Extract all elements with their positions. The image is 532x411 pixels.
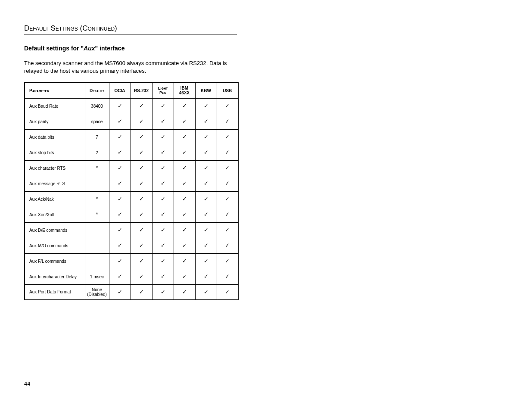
- star-icon: *: [96, 196, 98, 202]
- check-icon: ✓: [182, 211, 187, 218]
- check-icon: ✓: [139, 134, 144, 140]
- support-cell: ✓: [217, 98, 238, 114]
- support-cell: ✓: [195, 98, 217, 114]
- support-cell: ✓: [217, 145, 238, 160]
- param-cell: Aux Port Data Format: [25, 284, 85, 300]
- param-cell: Aux character RTS: [25, 160, 85, 176]
- check-icon: ✓: [118, 242, 122, 249]
- param-cell: Aux parity: [25, 114, 85, 129]
- check-icon: ✓: [204, 273, 208, 280]
- support-cell: ✓: [195, 160, 217, 176]
- support-cell: ✓: [152, 269, 174, 284]
- check-icon: ✓: [182, 273, 187, 280]
- support-cell: ✓: [109, 222, 131, 238]
- support-cell: ✓: [109, 253, 131, 269]
- support-cell: ✓: [109, 114, 131, 129]
- support-cell: ✓: [195, 269, 217, 284]
- check-icon: ✓: [182, 196, 187, 202]
- check-icon: ✓: [161, 242, 165, 249]
- support-cell: ✓: [217, 284, 238, 300]
- support-cell: ✓: [174, 222, 195, 238]
- support-cell: ✓: [217, 238, 238, 253]
- support-cell: ✓: [217, 191, 238, 207]
- param-cell: Aux message RTS: [25, 176, 85, 191]
- default-cell: 1 msec: [85, 269, 109, 284]
- table-row: Aux D/E commands✓✓✓✓✓✓: [25, 222, 238, 238]
- check-icon: ✓: [182, 165, 187, 171]
- subtitle-prefix: Default settings for ": [24, 45, 84, 52]
- support-cell: ✓: [131, 238, 152, 253]
- check-icon: ✓: [118, 165, 122, 171]
- header-kbw: KBW: [195, 83, 217, 98]
- support-cell: ✓: [195, 114, 217, 129]
- check-icon: ✓: [118, 289, 122, 295]
- page-number: 44: [24, 380, 30, 387]
- check-icon: ✓: [225, 149, 230, 156]
- support-cell: ✓: [152, 176, 174, 191]
- header-default: Default: [85, 83, 109, 98]
- support-cell: ✓: [174, 207, 195, 222]
- support-cell: ✓: [217, 253, 238, 269]
- support-cell: ✓: [195, 284, 217, 300]
- default-cell: None (Disabled): [85, 284, 109, 300]
- support-cell: ✓: [195, 176, 217, 191]
- default-cell: *: [85, 207, 109, 222]
- check-icon: ✓: [161, 149, 165, 156]
- support-cell: ✓: [195, 238, 217, 253]
- default-cell: space: [85, 114, 109, 129]
- check-icon: ✓: [118, 211, 122, 218]
- support-cell: ✓: [131, 253, 152, 269]
- check-icon: ✓: [139, 258, 144, 264]
- support-cell: ✓: [174, 191, 195, 207]
- table-row: Aux parityspace✓✓✓✓✓✓: [25, 114, 238, 129]
- support-cell: ✓: [152, 191, 174, 207]
- support-cell: ✓: [131, 129, 152, 145]
- check-icon: ✓: [225, 180, 230, 187]
- check-icon: ✓: [139, 242, 144, 249]
- support-cell: ✓: [217, 176, 238, 191]
- default-cell: [85, 238, 109, 253]
- table-row: Aux Xon/Xoff*✓✓✓✓✓✓: [25, 207, 238, 222]
- check-icon: ✓: [161, 118, 165, 125]
- check-icon: ✓: [204, 258, 208, 264]
- check-icon: ✓: [182, 258, 187, 264]
- param-cell: Aux D/E commands: [25, 222, 85, 238]
- support-cell: ✓: [195, 191, 217, 207]
- default-cell: [85, 222, 109, 238]
- param-cell: Aux Xon/Xoff: [25, 207, 85, 222]
- check-icon: ✓: [225, 211, 230, 218]
- table-row: Aux F/L commands✓✓✓✓✓✓: [25, 253, 238, 269]
- page-header: Default Settings (Continued): [24, 24, 237, 34]
- check-icon: ✓: [139, 211, 144, 218]
- check-icon: ✓: [204, 165, 208, 171]
- check-icon: ✓: [204, 134, 208, 140]
- support-cell: ✓: [152, 160, 174, 176]
- table-header-row: Parameter Default OCIA RS-232 Light Pen …: [25, 83, 238, 98]
- support-cell: ✓: [131, 222, 152, 238]
- support-cell: ✓: [152, 207, 174, 222]
- support-cell: ✓: [109, 160, 131, 176]
- support-cell: ✓: [217, 222, 238, 238]
- check-icon: ✓: [118, 227, 122, 233]
- support-cell: ✓: [109, 176, 131, 191]
- check-icon: ✓: [204, 211, 208, 218]
- table-row: Aux stop bits2✓✓✓✓✓✓: [25, 145, 238, 160]
- check-icon: ✓: [225, 103, 230, 109]
- header-rs232: RS-232: [131, 83, 152, 98]
- support-cell: ✓: [174, 114, 195, 129]
- param-cell: Aux stop bits: [25, 145, 85, 160]
- star-icon: *: [96, 165, 98, 171]
- check-icon: ✓: [182, 134, 187, 140]
- support-cell: ✓: [152, 129, 174, 145]
- support-cell: ✓: [152, 222, 174, 238]
- check-icon: ✓: [161, 165, 165, 171]
- support-cell: ✓: [174, 145, 195, 160]
- check-icon: ✓: [118, 258, 122, 264]
- support-cell: ✓: [109, 98, 131, 114]
- check-icon: ✓: [118, 196, 122, 202]
- check-icon: ✓: [139, 103, 144, 109]
- param-cell: Aux data bits: [25, 129, 85, 145]
- table-row: Aux message RTS✓✓✓✓✓✓: [25, 176, 238, 191]
- support-cell: ✓: [217, 114, 238, 129]
- support-cell: ✓: [109, 269, 131, 284]
